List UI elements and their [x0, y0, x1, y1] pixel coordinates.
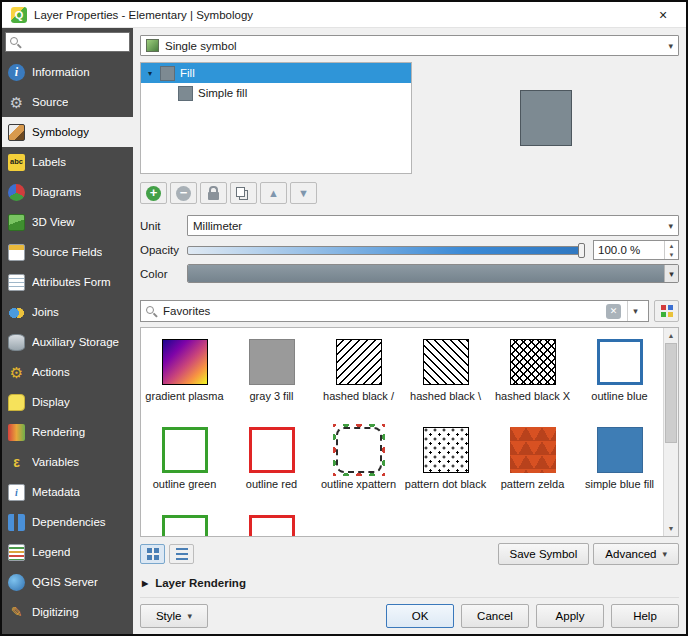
symbol-outline-green[interactable]: outline green — [141, 418, 228, 506]
symbol-name: pattern dot black — [405, 478, 486, 491]
sidebar-item-source-fields[interactable]: Source Fields — [2, 237, 133, 267]
symbol-layer-tree: ▾ Fill Simple fill — [140, 62, 412, 174]
search-filter-dropdown-icon[interactable]: ▾ — [627, 301, 643, 321]
symbol-tree-item-fill[interactable]: ▾ Fill — [141, 63, 411, 83]
symbol-grid: gradient plasma gray 3 fill hashed black… — [141, 328, 663, 536]
symbol-gradient-plasma[interactable]: gradient plasma — [141, 330, 228, 418]
ok-button[interactable]: OK — [386, 604, 454, 628]
variables-icon — [8, 454, 25, 471]
close-icon[interactable]: × — [649, 7, 677, 23]
symbol-outline-red[interactable]: outline red — [228, 418, 315, 506]
symbol-item[interactable] — [141, 506, 228, 536]
sidebar-item-actions[interactable]: Actions — [2, 357, 133, 387]
add-symbol-layer-button[interactable] — [140, 182, 167, 204]
sidebar-item-label: Variables — [32, 456, 79, 468]
style-manager-button[interactable] — [654, 300, 679, 322]
icon-view-button[interactable] — [140, 544, 165, 564]
sidebar-item-qgis-server[interactable]: QGIS Server — [2, 567, 133, 597]
sidebar-item-attributes-form[interactable]: Attributes Form — [2, 267, 133, 297]
symbol-outline-xpattern[interactable]: outline xpattern — [315, 418, 402, 506]
spinner-arrows[interactable]: ▲▼ — [664, 241, 678, 259]
symbol-hashed-black[interactable]: hashed black / — [315, 330, 402, 418]
legend-icon — [8, 544, 25, 561]
unit-combo[interactable]: Millimeter ▾ — [187, 215, 679, 236]
sidebar-item-digitizing[interactable]: Digitizing — [2, 597, 133, 627]
sidebar-item-auxiliary-storage[interactable]: Auxiliary Storage — [2, 327, 133, 357]
help-button[interactable]: Help — [611, 604, 679, 628]
expander-icon[interactable]: ▾ — [145, 69, 155, 78]
layer-rendering-header[interactable]: ▶ Layer Rendering — [140, 572, 679, 594]
symbol-preview — [520, 90, 572, 146]
symbol-outline-blue[interactable]: outline blue — [576, 330, 663, 418]
sidebar-item-label: Joins — [32, 306, 59, 318]
unit-label: Unit — [140, 220, 182, 232]
symbol-swatch — [162, 515, 208, 536]
symbol-type-combo[interactable]: Single symbol ▾ — [140, 35, 679, 56]
symbol-simple-blue-fill[interactable]: simple blue fill — [576, 418, 663, 506]
sidebar-item-variables[interactable]: Variables — [2, 447, 133, 477]
joins-icon — [8, 304, 25, 321]
spin-up-icon[interactable]: ▲ — [665, 241, 678, 250]
symbol-layer-thumbnail — [178, 86, 193, 101]
attributes-form-icon — [8, 274, 25, 291]
sidebar-item-3d-view[interactable]: 3D View — [2, 207, 133, 237]
sidebar: Information Source Symbology Lab — [2, 28, 133, 634]
sidebar-item-source[interactable]: Source — [2, 87, 133, 117]
save-symbol-button[interactable]: Save Symbol — [498, 543, 590, 565]
dialog-button-row: Style ▾ OK Cancel Apply Help — [140, 597, 679, 628]
sidebar-item-label: Symbology — [32, 126, 89, 138]
sidebar-item-diagrams[interactable]: Diagrams — [2, 177, 133, 207]
lock-color-button[interactable] — [200, 182, 227, 204]
sidebar-item-dependencies[interactable]: Dependencies — [2, 507, 133, 537]
chevron-down-icon[interactable]: ▾ — [664, 265, 678, 282]
symbol-item[interactable] — [228, 506, 315, 536]
symbol-layer-label: Simple fill — [198, 87, 247, 99]
library-footer: Save Symbol Advanced ▾ — [140, 543, 679, 565]
scrollbar-track[interactable] — [664, 343, 678, 521]
move-up-button[interactable]: ▲ — [260, 182, 287, 204]
remove-symbol-layer-button[interactable] — [170, 182, 197, 204]
symbol-gray-3-fill[interactable]: gray 3 fill — [228, 330, 315, 418]
color-button[interactable]: ▾ — [187, 264, 679, 283]
cancel-button[interactable]: Cancel — [461, 604, 529, 628]
apply-button[interactable]: Apply — [536, 604, 604, 628]
move-down-button[interactable]: ▼ — [290, 182, 317, 204]
single-symbol-icon — [146, 39, 159, 52]
opacity-spinbox[interactable]: 100.0 % ▲▼ — [593, 240, 679, 260]
opacity-slider[interactable] — [187, 246, 584, 255]
sidebar-item-symbology[interactable]: Symbology — [2, 117, 133, 147]
actions-icon — [8, 364, 25, 381]
sidebar-item-label: Legend — [32, 546, 70, 558]
sidebar-item-label: QGIS Server — [32, 576, 98, 588]
sidebar-item-joins[interactable]: Joins — [2, 297, 133, 327]
scrollbar[interactable]: ▲ ▼ — [663, 328, 678, 536]
sidebar-item-information[interactable]: Information — [2, 57, 133, 87]
sidebar-item-display[interactable]: Display — [2, 387, 133, 417]
style-menu-button[interactable]: Style ▾ — [140, 604, 208, 628]
scroll-down-icon[interactable]: ▼ — [664, 521, 678, 536]
sidebar-search[interactable] — [5, 32, 130, 52]
opacity-slider-handle[interactable] — [578, 243, 585, 258]
sidebar-search-input[interactable] — [25, 36, 125, 48]
spin-down-icon[interactable]: ▼ — [665, 250, 678, 259]
sidebar-item-metadata[interactable]: Metadata — [2, 477, 133, 507]
symbol-hashed-black[interactable]: hashed black \ — [402, 330, 489, 418]
metadata-icon — [8, 484, 25, 501]
duplicate-symbol-layer-button[interactable] — [230, 182, 257, 204]
symbol-hashed-black-x[interactable]: hashed black X — [489, 330, 576, 418]
scrollbar-thumb[interactable] — [665, 343, 677, 443]
symbol-tree-item-simple-fill[interactable]: Simple fill — [141, 83, 411, 103]
scroll-up-icon[interactable]: ▲ — [664, 328, 678, 343]
sidebar-item-labels[interactable]: Labels — [2, 147, 133, 177]
clear-search-icon[interactable]: ✕ — [606, 304, 621, 319]
style-search-box[interactable]: ✕ ▾ — [140, 300, 649, 322]
list-view-button[interactable] — [169, 544, 194, 564]
style-search-input[interactable] — [163, 305, 600, 317]
sidebar-item-rendering[interactable]: Rendering — [2, 417, 133, 447]
advanced-button[interactable]: Advanced ▾ — [593, 543, 679, 565]
symbol-pattern-zelda[interactable]: pattern zelda — [489, 418, 576, 506]
sidebar-item-legend[interactable]: Legend — [2, 537, 133, 567]
symbol-pattern-dot-black[interactable]: pattern dot black — [402, 418, 489, 506]
qgis-server-icon — [8, 574, 25, 591]
symbol-swatch — [249, 515, 295, 536]
